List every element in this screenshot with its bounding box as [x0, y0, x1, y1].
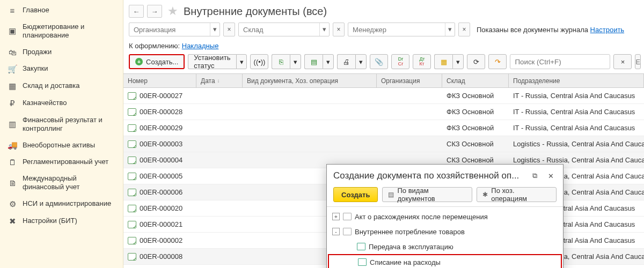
col-date[interactable]: Дата↓	[196, 74, 243, 87]
col-warehouse[interactable]: Склад	[442, 74, 509, 87]
popup-mode-by-op[interactable]: ✱По хоз. операциям	[477, 187, 557, 202]
cell-number: 00ER-000002	[140, 236, 182, 244]
cell-number: 00ER-000021	[140, 220, 182, 228]
sidebar-icon: 🚚	[8, 140, 17, 150]
xo-icon: ✱	[482, 191, 488, 198]
report-button[interactable]: ▤	[304, 54, 323, 69]
col-department[interactable]: Подразделение	[509, 74, 644, 87]
sidebar-item-label: Бюджетирование и планирование	[23, 23, 116, 40]
star-icon[interactable]: ★	[167, 4, 178, 18]
nav-forward-button[interactable]: →	[147, 5, 162, 18]
copy-dropdown[interactable]: ▾	[290, 54, 301, 69]
nav-back-button[interactable]: ←	[129, 5, 144, 18]
document-icon	[128, 157, 136, 164]
document-icon	[128, 92, 136, 100]
filter-manager-clear[interactable]: ×	[458, 23, 470, 36]
expand-icon[interactable]: -	[332, 228, 340, 235]
jump-button[interactable]: ↷	[488, 54, 507, 69]
sidebar-item-9[interactable]: 🗎Международный финансовый учет	[0, 170, 123, 196]
table-row[interactable]: 00ER-000027ФКЗ ОсновнойIT - Russia, Cent…	[123, 88, 644, 104]
tree-node[interactable]: Передача в эксплуатацию	[328, 239, 562, 254]
sidebar-item-label: Регламентированный учет	[23, 158, 116, 166]
cell-number: 00ER-000029	[140, 124, 182, 132]
cell-warehouse: ФКЗ Основной	[442, 124, 509, 132]
sidebar-item-1[interactable]: ▣Бюджетирование и планирование	[0, 19, 123, 44]
sidebar-item-4[interactable]: ▦Склад и доставка	[0, 78, 123, 95]
sidebar-item-8[interactable]: 🗒Регламентированный учет	[0, 154, 123, 170]
sidebar-item-3[interactable]: 🛒Закупки	[0, 61, 123, 78]
table-row[interactable]: 00ER-000003СКЗ ОсновнойLogistics - Russi…	[123, 136, 644, 152]
plus-icon: +	[135, 58, 143, 65]
sidebar-item-label: Закупки	[23, 64, 116, 73]
configure-link[interactable]: Настроить	[590, 26, 625, 34]
sidebar-item-7[interactable]: 🚚Внеоборотные активы	[0, 137, 123, 154]
more-button[interactable]: Е	[635, 54, 641, 69]
popup-title: Создание документа по хозяйственной оп..…	[333, 170, 524, 181]
table-header: Номер Дата↓ Вид документа, Хоз. операция…	[123, 74, 644, 88]
create-document-popup: Создание документа по хозяйственной оп..…	[326, 164, 564, 268]
drcr-button[interactable]: DrCr	[391, 54, 409, 69]
sidebar-item-6[interactable]: ▥Финансовый результат и контроллинг	[0, 112, 123, 137]
broadcast-button[interactable]: ((•))	[250, 54, 268, 69]
sidebar-item-2[interactable]: 🛍Продажи	[0, 44, 123, 61]
col-type[interactable]: Вид документа, Хоз. операция	[243, 74, 377, 87]
transactions-dropdown[interactable]: ▾	[452, 54, 464, 69]
create-button[interactable]: + Создать...	[129, 54, 185, 69]
popup-mode-by-doc[interactable]: ▤По видам документов	[382, 187, 472, 202]
expand-icon[interactable]: +	[332, 213, 340, 220]
dropdown-icon[interactable]: ▾	[319, 23, 329, 36]
filter-bar: ▾ × ▾ × ▾ × Показаны все документы журна…	[123, 20, 644, 39]
print-dropdown[interactable]: ▾	[355, 54, 367, 69]
popup-close-button[interactable]: ✕	[545, 170, 557, 182]
sidebar-item-5[interactable]: ₽Казначейство	[0, 95, 123, 112]
invoices-link[interactable]: Накладные	[182, 42, 219, 50]
sidebar-item-label: Международный финансовый учет	[23, 174, 116, 192]
sidebar-item-10[interactable]: ⚙НСИ и администрирование	[0, 196, 123, 213]
sidebar-icon: ▥	[8, 120, 17, 129]
sidebar-item-label: Главное	[23, 6, 116, 14]
set-status-dropdown[interactable]: ▾	[236, 54, 247, 69]
sidebar-item-11[interactable]: ✖Настройки (БИТ)	[0, 213, 123, 230]
cell-department: Logistics - Russia, Central Asia And Cau…	[509, 140, 644, 148]
sidebar-item-label: Продажи	[23, 48, 116, 56]
filter-org: ▾	[129, 23, 220, 36]
attach-button[interactable]: 📎	[370, 54, 388, 69]
search-clear-button[interactable]: ×	[613, 54, 632, 69]
cell-number: 00ER-000005	[140, 172, 182, 180]
cell-warehouse: ФКЗ Основной	[442, 92, 509, 100]
sidebar-icon: 🛒	[8, 64, 17, 74]
cell-number: 00ER-000006	[140, 188, 182, 196]
tree-node[interactable]: +Акт о расхождениях после перемещения	[328, 209, 562, 224]
refresh-button[interactable]: ⟳	[467, 54, 485, 69]
popup-detach-button[interactable]: ⧉	[529, 170, 540, 182]
print-button[interactable]: 🖨	[337, 54, 355, 69]
tree-node[interactable]: -Внутреннее потребление товаров	[328, 224, 562, 239]
filter-warehouse-input[interactable]	[239, 23, 319, 36]
filter-warehouse-clear[interactable]: ×	[333, 23, 345, 36]
table-row[interactable]: 00ER-000029ФКЗ ОсновнойIT - Russia, Cent…	[123, 120, 644, 136]
transactions-button[interactable]: ▦	[434, 54, 452, 69]
dtkt-button[interactable]: ДтКт	[413, 54, 431, 69]
filter-org-clear[interactable]: ×	[223, 23, 235, 36]
document-icon	[128, 140, 136, 148]
sidebar-item-label: НСИ и администрирование	[23, 199, 116, 208]
data-table: Номер Дата↓ Вид документа, Хоз. операция…	[123, 73, 644, 268]
copy-button[interactable]: ⎘	[272, 54, 290, 69]
filter-manager-input[interactable]	[348, 23, 445, 36]
filter-org-input[interactable]	[129, 23, 210, 36]
document-type-icon	[343, 213, 352, 220]
table-row[interactable]: 00ER-000028ФКЗ ОсновнойIT - Russia, Cent…	[123, 104, 644, 120]
cell-number: 00ER-000004	[140, 156, 182, 164]
report-dropdown[interactable]: ▾	[323, 54, 334, 69]
set-status-button[interactable]: Установить статус	[188, 54, 236, 69]
tree-node[interactable]: Списание на расходы	[328, 254, 562, 268]
dropdown-icon[interactable]: ▾	[210, 23, 219, 36]
sidebar-item-0[interactable]: ≡Главное	[0, 2, 123, 19]
col-number[interactable]: Номер	[123, 74, 196, 87]
popup-create-button[interactable]: Создать	[333, 187, 378, 202]
list-icon: ▤	[388, 191, 394, 198]
search-input[interactable]	[510, 58, 610, 66]
cell-department: IT - Russia, Central Asia And Caucasus	[509, 124, 644, 132]
col-org[interactable]: Организация	[377, 74, 442, 87]
dropdown-icon[interactable]: ▾	[445, 23, 455, 36]
